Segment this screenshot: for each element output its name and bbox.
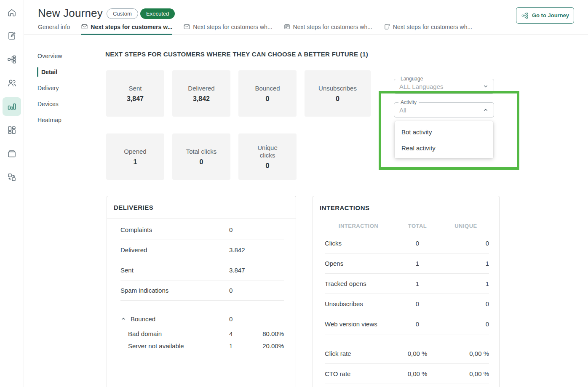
report-subnav: Overview Detail Delivery Devices Heatmap (24, 48, 105, 128)
stat-card-unsubscribes: Unsubscribes 0 (305, 70, 371, 117)
stat-label: Sent (125, 85, 146, 92)
journey-analytics-page: New Journey Custom Executed Go to Journe… (0, 0, 588, 387)
stat-label: Delivered (184, 85, 219, 92)
activity-option-real[interactable]: Real activity (395, 140, 493, 156)
deliveries-row-delivered: Delivered 3.842 (120, 240, 284, 260)
deliveries-panel: DELIVERIES Complaints 0 Delivered 3.842 … (107, 196, 296, 387)
deliveries-title: DELIVERIES (114, 204, 153, 211)
campaigns-icon (7, 31, 17, 41)
subnav-delivery[interactable]: Delivery (24, 80, 105, 96)
interactions-row-tracked-opens: Tracked opens 1 1 (325, 274, 489, 294)
deliveries-header: DELIVERIES (107, 196, 296, 219)
subnav-devices[interactable]: Devices (24, 96, 105, 112)
activity-select-label: Activity (398, 99, 419, 105)
deliveries-row-sent: Sent 3.847 (120, 260, 284, 280)
executed-status-badge: Executed (140, 8, 175, 19)
rates-group: Click rate 0,00 % 0,00 % CTO rate 0,00 %… (325, 344, 489, 384)
stat-card-opened: Opened 1 (106, 133, 164, 180)
stat-label: Total clicks (182, 148, 221, 155)
chevron-down-icon (483, 83, 489, 89)
interactions-row-unsubscribes: Unsubscribes 0 0 (325, 294, 489, 314)
interactions-body: INTERACTION TOTAL UNIQUE Clicks 0 0 Open… (313, 219, 499, 384)
sms-icon (383, 23, 390, 30)
custom-badge: Custom (107, 8, 138, 19)
interactions-header: INTERACTIONS (313, 196, 499, 219)
stat-label: Bounced (251, 85, 284, 92)
tab-next-steps-4[interactable]: Next steps for customers wh... (383, 23, 472, 35)
dashboards-icon (7, 125, 17, 135)
bounced-sub-row: Bad domain 4 80.00% (120, 328, 284, 340)
audience-nav[interactable] (3, 74, 21, 92)
stat-label: Opened (120, 148, 150, 155)
journeys-icon (7, 54, 17, 64)
stat-card-total-clicks: Total clicks 0 (172, 133, 230, 180)
go-to-journey-button[interactable]: Go to Journey (516, 7, 574, 24)
interactions-column-headers: INTERACTION TOTAL UNIQUE (325, 219, 489, 233)
stat-label: Unsubscribes (314, 85, 361, 92)
stat-value: 0 (266, 95, 270, 103)
campaigns-nav[interactable] (3, 27, 21, 45)
bounced-toggle-row[interactable]: Bounced 0 (120, 310, 284, 328)
stat-value: 0 (266, 162, 270, 170)
integrations-nav[interactable] (3, 168, 21, 187)
interactions-row-opens: Opens 1 1 (325, 254, 489, 274)
home-nav[interactable] (3, 3, 21, 22)
home-icon (7, 8, 17, 18)
interactions-title: INTERACTIONS (320, 204, 370, 211)
go-to-journey-label: Go to Journey (532, 12, 569, 19)
subnav-overview[interactable]: Overview (24, 48, 105, 64)
interactions-row-click-rate: Click rate 0,00 % 0,00 % (325, 344, 489, 364)
bounced-group: Bounced 0 Bad domain 4 80.00% Server not… (120, 310, 284, 352)
tab-next-steps-3[interactable]: Next steps for customers wh... (283, 23, 372, 35)
activity-select-value: All (399, 107, 483, 114)
deliveries-row-spam: Spam indications 0 (120, 280, 284, 301)
stat-card-unique-clicks: Unique clicks 0 (238, 133, 297, 180)
subnav-heatmap[interactable]: Heatmap (24, 112, 105, 128)
stat-value: 3,847 (127, 95, 144, 103)
stat-value: 0 (336, 95, 339, 103)
subnav-detail[interactable]: Detail (24, 64, 105, 80)
language-select[interactable]: Language ALL Languages (394, 79, 494, 94)
stat-cards-row-2: Opened 1 Total clicks 0 Unique clicks 0 (106, 133, 297, 180)
interactions-row-web-version-views: Web version views 0 0 (325, 314, 489, 334)
stat-card-delivered: Delivered 3,842 (172, 70, 230, 117)
report-tabs: General info Next steps for customers w.… (38, 23, 472, 35)
app-rail (0, 0, 24, 387)
stat-value: 0 (200, 158, 203, 166)
interactions-row-cto-rate: CTO rate 0,00 % 0,00 % (325, 364, 489, 384)
interactions-panel: INTERACTIONS INTERACTION TOTAL UNIQUE Cl… (313, 196, 500, 387)
chevron-up-icon (483, 107, 489, 113)
tab-next-steps-1[interactable]: Next steps for customers w... (81, 23, 172, 35)
interactions-row-clicks: Clicks 0 0 (325, 233, 489, 254)
email-icon (81, 23, 88, 30)
bounced-sub-row: Server not available 1 20.00% (120, 340, 284, 352)
activity-select[interactable]: Activity All (394, 102, 494, 117)
stat-cards-row-1: Sent 3,847 Delivered 3,842 Bounced 0 Uns… (106, 70, 371, 117)
tab-general-info[interactable]: General info (38, 23, 70, 35)
journeys-nav[interactable] (3, 50, 21, 69)
stat-value: 3,842 (193, 95, 210, 103)
deliveries-row-complaints: Complaints 0 (120, 220, 284, 240)
journey-flow-icon (521, 12, 529, 19)
analytics-nav[interactable] (3, 97, 21, 116)
tab-next-steps-2[interactable]: Next steps for customers wh... (183, 23, 272, 35)
email-icon (183, 23, 190, 30)
audience-icon (7, 78, 17, 88)
analytics-icon (7, 101, 17, 112)
stat-card-bounced: Bounced 0 (238, 70, 297, 117)
stat-label: Unique clicks (251, 144, 284, 159)
banner-icon (283, 23, 291, 30)
activity-option-bot[interactable]: Bot activity (395, 124, 493, 140)
collapse-chevron-icon (120, 316, 126, 322)
language-select-label: Language (398, 76, 425, 82)
stat-value: 1 (134, 158, 137, 166)
dashboards-nav[interactable] (3, 121, 21, 139)
assets-nav[interactable] (3, 144, 21, 163)
stat-card-sent: Sent 3,847 (106, 70, 164, 117)
language-select-value: ALL Languages (399, 83, 483, 90)
activity-options-menu: Bot activity Real activity (395, 121, 493, 158)
assets-icon (7, 149, 17, 159)
section-heading: NEXT STEPS FOR CUSTOMERS WHERE THEY CAN … (105, 51, 368, 58)
integrations-icon (7, 172, 17, 182)
page-title: New Journey (38, 7, 103, 20)
